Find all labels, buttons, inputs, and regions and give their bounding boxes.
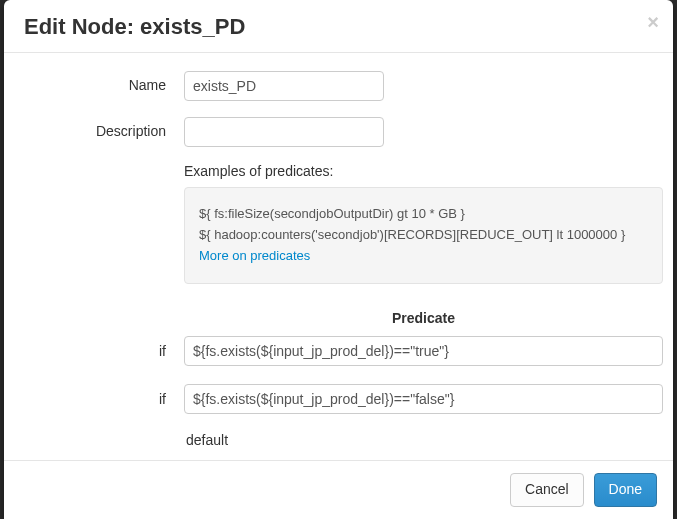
examples-well: ${ fs:fileSize(secondjobOutputDir) gt 10… [184, 187, 663, 283]
predicate-row-2: if [14, 384, 663, 414]
predicate-row-1: if [14, 336, 663, 366]
title-prefix: Edit Node: [24, 14, 140, 39]
modal-body: Name Description Examples of predicates:… [4, 53, 673, 460]
predicate-column-heading: Predicate [184, 310, 663, 326]
predicate-input-1[interactable] [184, 336, 663, 366]
name-field-wrap [184, 71, 663, 101]
cancel-button[interactable]: Cancel [510, 473, 584, 507]
more-on-predicates-link[interactable]: More on predicates [199, 248, 310, 263]
predicate-if-label-1: if [14, 343, 184, 359]
examples-spacer [14, 163, 184, 169]
description-row: Description [14, 117, 663, 147]
predicate-if-label-2: if [14, 391, 184, 407]
close-icon[interactable]: × [647, 12, 659, 32]
predicate-heading-spacer [14, 310, 184, 326]
modal-title: Edit Node: exists_PD [24, 14, 653, 40]
description-input[interactable] [184, 117, 384, 147]
predicate-default-label: default [184, 432, 663, 448]
predicate-default-row: default [14, 432, 663, 448]
name-input[interactable] [184, 71, 384, 101]
predicate-heading-row: Predicate [14, 310, 663, 326]
examples-row: Examples of predicates: ${ fs:fileSize(s… [14, 163, 663, 283]
examples-block: Examples of predicates: ${ fs:fileSize(s… [184, 163, 663, 283]
title-node-name: exists_PD [140, 14, 245, 39]
description-field-wrap [184, 117, 663, 147]
predicate-input-2[interactable] [184, 384, 663, 414]
name-row: Name [14, 71, 663, 101]
example-line-1: ${ fs:fileSize(secondjobOutputDir) gt 10… [199, 204, 648, 225]
modal-footer: Cancel Done [4, 460, 673, 519]
examples-heading: Examples of predicates: [184, 163, 663, 179]
done-button[interactable]: Done [594, 473, 657, 507]
name-label: Name [14, 71, 184, 93]
modal-header: Edit Node: exists_PD × [4, 0, 673, 53]
description-label: Description [14, 117, 184, 139]
example-line-2: ${ hadoop:counters('secondjob')[RECORDS]… [199, 225, 648, 246]
edit-node-modal: Edit Node: exists_PD × Name Description … [4, 0, 673, 519]
